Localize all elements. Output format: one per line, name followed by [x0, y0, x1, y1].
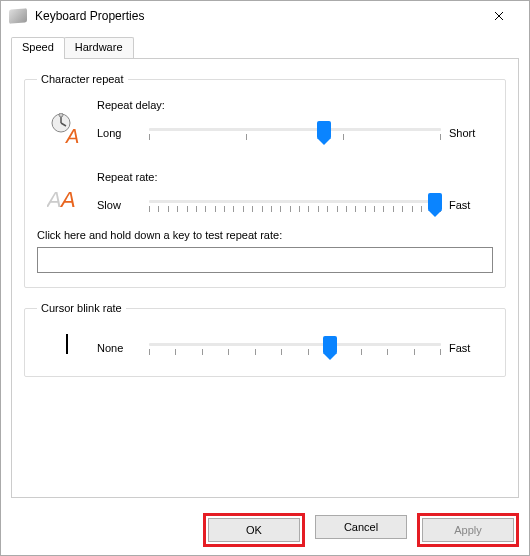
- cursor-blink-left-label: None: [97, 342, 141, 354]
- close-icon: [494, 11, 504, 21]
- repeat-delay-icon: A: [37, 99, 97, 145]
- repeat-rate-icon: A A: [37, 171, 97, 213]
- repeat-rate-left-label: Slow: [97, 199, 141, 211]
- repeat-delay-slider[interactable]: [149, 119, 441, 147]
- cursor-blink-right-label: Fast: [449, 342, 493, 354]
- cursor-blink-legend: Cursor blink rate: [37, 302, 126, 314]
- dialog-button-row: OK Cancel Apply: [203, 513, 519, 547]
- character-repeat-legend: Character repeat: [37, 73, 128, 85]
- cursor-blink-group: Cursor blink rate None: [24, 302, 506, 377]
- window-title: Keyboard Properties: [35, 9, 144, 23]
- keyboard-icon: [9, 8, 27, 24]
- title-bar: Keyboard Properties: [1, 1, 529, 31]
- cursor-blink-preview: [37, 328, 97, 354]
- tab-hardware[interactable]: Hardware: [64, 37, 134, 59]
- svg-text:A: A: [59, 187, 76, 212]
- repeat-delay-left-label: Long: [97, 127, 141, 139]
- repeat-rate-slider[interactable]: [149, 191, 441, 219]
- svg-text:A: A: [65, 125, 79, 145]
- repeat-rate-right-label: Fast: [449, 199, 493, 211]
- cursor-blink-slider[interactable]: [149, 334, 441, 362]
- repeat-rate-label: Repeat rate:: [97, 171, 493, 183]
- tab-panel-speed: Character repeat A Repeat delay:: [11, 58, 519, 498]
- tab-row: Speed Hardware: [11, 37, 519, 59]
- close-button[interactable]: [477, 2, 521, 30]
- repeat-delay-thumb[interactable]: [317, 121, 331, 139]
- test-repeat-label: Click here and hold down a key to test r…: [37, 229, 493, 241]
- keyboard-properties-window: Keyboard Properties Speed Hardware Chara…: [0, 0, 530, 556]
- repeat-delay-label: Repeat delay:: [97, 99, 493, 111]
- repeat-delay-right-label: Short: [449, 127, 493, 139]
- svg-text:A: A: [47, 187, 62, 212]
- svg-point-1: [59, 113, 63, 117]
- ok-highlight: OK: [203, 513, 305, 547]
- cancel-wrap: Cancel: [313, 513, 409, 547]
- repeat-rate-thumb[interactable]: [428, 193, 442, 211]
- character-repeat-group: Character repeat A Repeat delay:: [24, 73, 506, 288]
- ok-button[interactable]: OK: [208, 518, 300, 542]
- cursor-blink-thumb[interactable]: [323, 336, 337, 354]
- test-repeat-input[interactable]: [37, 247, 493, 273]
- tab-speed[interactable]: Speed: [11, 37, 65, 59]
- apply-button[interactable]: Apply: [422, 518, 514, 542]
- cancel-button[interactable]: Cancel: [315, 515, 407, 539]
- apply-highlight: Apply: [417, 513, 519, 547]
